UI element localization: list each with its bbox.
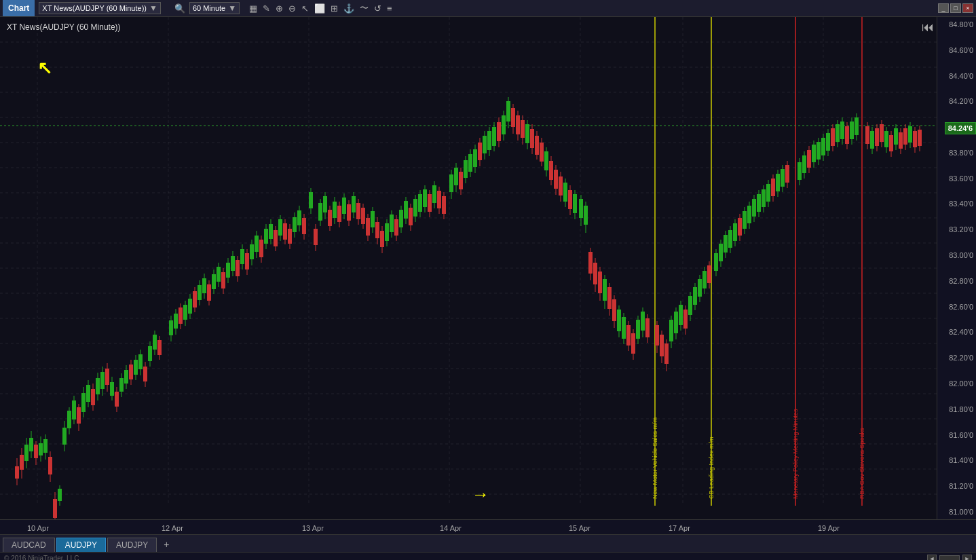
svg-rect-68 — [100, 372, 105, 389]
candles-12apr — [169, 206, 306, 341]
svg-rect-100 — [183, 305, 187, 320]
svg-rect-268 — [588, 252, 593, 274]
svg-rect-384 — [884, 131, 888, 147]
svg-rect-122 — [236, 260, 240, 276]
svg-rect-304 — [679, 305, 683, 325]
svg-rect-48 — [53, 499, 57, 518]
svg-rect-164 — [337, 206, 341, 222]
svg-rect-234 — [506, 101, 510, 122]
price-84-40: 84.40'0 — [937, 72, 976, 80]
svg-rect-54 — [67, 411, 71, 428]
svg-rect-134 — [264, 229, 268, 244]
price-82-20: 82.20'0 — [937, 354, 976, 362]
restore-button[interactable]: □ — [950, 3, 961, 13]
svg-rect-162 — [333, 202, 337, 218]
bar-chart-icon[interactable]: ▦ — [249, 3, 257, 14]
svg-rect-316 — [707, 265, 711, 283]
timeframe-dropdown-icon[interactable]: ▼ — [228, 3, 236, 13]
symbol-value: XT News(AUDJPY (60 Minute)) — [42, 4, 147, 12]
date-14apr: 14 Apr — [440, 524, 462, 532]
tab-audcad[interactable]: AUDCAD — [3, 538, 55, 552]
tab-audjpy-2[interactable]: AUDJPY — [107, 538, 157, 552]
svg-rect-74 — [115, 392, 119, 407]
svg-rect-368 — [840, 122, 844, 139]
svg-rect-190 — [399, 210, 403, 227]
svg-rect-394 — [908, 126, 912, 143]
svg-rect-310 — [693, 287, 697, 305]
svg-rect-90 — [153, 335, 157, 350]
price-84-60: 84.60'0 — [937, 46, 976, 54]
svg-rect-128 — [250, 244, 254, 259]
svg-rect-230 — [497, 122, 501, 141]
wave-icon[interactable]: 〜 — [360, 2, 369, 14]
symbol-selector[interactable]: XT News(AUDJPY (60 Minute)) ▼ — [39, 2, 161, 14]
minimize-button[interactable]: _ — [938, 3, 949, 13]
scroll-left-button[interactable]: ◄ — [927, 555, 937, 561]
price-82-00: 82.00'0 — [937, 379, 976, 388]
pencil-icon[interactable]: ✎ — [263, 3, 270, 14]
back-to-last-bar-button[interactable]: ⏮ — [922, 20, 934, 35]
scrollbar-thumb[interactable] — [939, 555, 960, 561]
svg-rect-196 — [413, 199, 417, 217]
svg-rect-56 — [72, 400, 76, 419]
svg-rect-220 — [473, 149, 477, 167]
svg-rect-120 — [231, 256, 235, 271]
zoom-out-icon[interactable]: ⊖ — [288, 3, 296, 14]
search-icon[interactable]: 🔍 — [174, 3, 185, 14]
svg-rect-356 — [812, 145, 816, 162]
add-tab-button[interactable]: + — [158, 537, 174, 552]
date-13apr: 13 Apr — [302, 524, 324, 532]
symbol-dropdown-icon[interactable]: ▼ — [149, 3, 157, 13]
timeframe-selector[interactable]: 60 Minute ▼ — [189, 2, 240, 14]
svg-rect-372 — [850, 122, 854, 139]
svg-rect-32 — [15, 466, 19, 479]
candles-17apr — [579, 195, 650, 360]
svg-rect-76 — [119, 378, 124, 392]
svg-rect-38 — [29, 438, 33, 451]
svg-rect-182 — [380, 231, 384, 247]
svg-rect-168 — [347, 204, 351, 221]
svg-rect-324 — [728, 230, 732, 248]
list-icon[interactable]: ≡ — [387, 3, 392, 14]
tab-audjpy-1[interactable]: AUDJPY — [56, 538, 106, 552]
zoom-in-icon[interactable]: ⊕ — [276, 3, 283, 14]
svg-rect-312 — [698, 279, 702, 297]
svg-rect-318 — [714, 253, 718, 271]
svg-rect-180 — [375, 222, 379, 238]
svg-rect-280 — [617, 310, 621, 331]
scroll-right-button[interactable]: ► — [962, 555, 972, 561]
svg-rect-278 — [612, 299, 616, 321]
svg-rect-216 — [464, 160, 468, 178]
svg-rect-184 — [385, 223, 389, 241]
svg-rect-130 — [255, 236, 259, 252]
svg-rect-284 — [626, 325, 631, 346]
svg-rect-102 — [188, 299, 192, 314]
svg-rect-44 — [43, 439, 48, 453]
svg-rect-348 — [785, 165, 789, 183]
window-controls: _ □ × — [938, 3, 973, 13]
svg-rect-286 — [631, 333, 635, 354]
svg-rect-294 — [655, 325, 659, 346]
split-icon[interactable]: ⊞ — [331, 3, 338, 14]
svg-rect-272 — [598, 272, 602, 293]
bottom-tabs: AUDCAD AUDJPY AUDJPY + — [0, 534, 976, 552]
cursor-icon[interactable]: ↖ — [301, 3, 309, 14]
anchor-icon[interactable]: ⚓ — [343, 3, 354, 14]
chart-menu-label[interactable]: Chart — [3, 0, 35, 16]
price-83-00: 83.00'0 — [937, 251, 976, 259]
svg-rect-290 — [641, 312, 645, 331]
chart-area[interactable]: XT News(AUDJPY (60 Minute)) ↖ → — [0, 17, 937, 519]
svg-rect-204 — [432, 185, 436, 203]
svg-rect-82 — [134, 360, 138, 375]
svg-rect-392 — [903, 128, 907, 145]
close-button[interactable]: × — [962, 3, 973, 13]
svg-rect-378 — [870, 131, 874, 149]
svg-rect-50 — [58, 489, 62, 501]
svg-rect-248 — [540, 143, 544, 162]
svg-text:CB Leading Index m/m: CB Leading Index m/m — [708, 436, 715, 499]
svg-rect-202 — [428, 194, 432, 212]
screenshot-icon[interactable]: ⬜ — [314, 3, 325, 14]
svg-rect-382 — [880, 124, 884, 142]
up-left-arrow-annotation: ↖ — [37, 58, 52, 79]
refresh-icon[interactable]: ↺ — [374, 3, 381, 14]
